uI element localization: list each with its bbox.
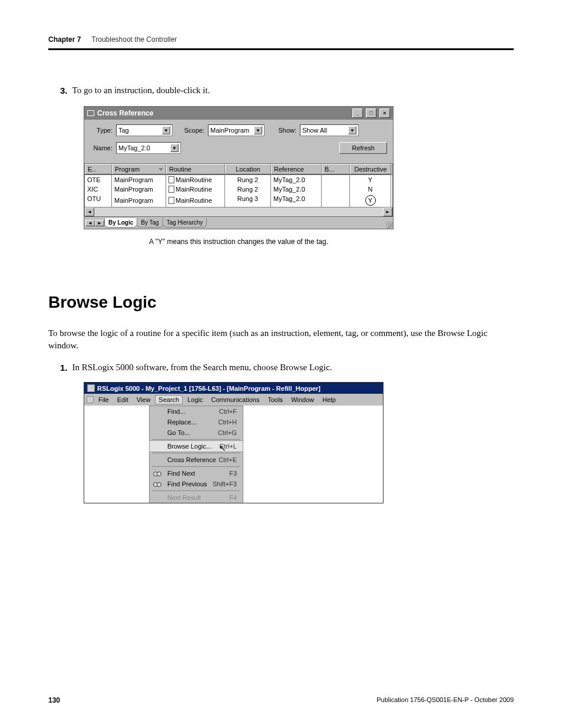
binoculars-icon (153, 480, 161, 487)
separator (152, 453, 240, 453)
tab-scroll-left-icon[interactable]: ◄ (85, 220, 95, 226)
rslogix-window: RSLogix 5000 - My_Project_1 [1756-L63] -… (84, 382, 384, 503)
binoculars-icon (153, 469, 161, 476)
menu-item[interactable]: Cross ReferenceCtrl+E (150, 454, 243, 465)
menu-tools[interactable]: Tools (264, 395, 286, 404)
menu-view[interactable]: View (133, 395, 154, 404)
col-destructive[interactable]: Destructive (350, 164, 391, 174)
show-label: Show: (274, 127, 296, 134)
step-text: To go to an instruction, double-click it… (72, 85, 210, 95)
refresh-button[interactable]: Refresh (339, 142, 387, 154)
right-pane (243, 406, 383, 503)
tab-scroll-right-icon[interactable]: ► (95, 220, 104, 226)
routine-icon (168, 186, 174, 193)
sort-arrow-icon (158, 168, 163, 171)
show-combo[interactable]: Show All ▼ (300, 124, 359, 136)
scope-label: Scope: (182, 127, 204, 134)
page-footer: 130 Publication 1756-QS001E-EN-P - Octob… (48, 696, 514, 704)
menubar: File Edit View Search Logic Communicatio… (84, 394, 383, 406)
maximize-button[interactable]: □ (366, 108, 376, 118)
menu-item[interactable]: Find PreviousShift+F3 (150, 479, 243, 489)
tab-by-logic[interactable]: By Logic (104, 218, 137, 228)
type-label: Type: (90, 127, 113, 134)
menu-item[interactable]: Browse Logic...Ctrl+L↖ (149, 440, 243, 452)
tabs-row: ◄ ► By Logic By Tag Tag Hierarchy (84, 217, 393, 229)
body-paragraph: To browse the logic of a routine for a s… (48, 327, 514, 352)
page-number: 130 (48, 696, 60, 704)
window-title: RSLogix 5000 - My_Project_1 [1756-L63] -… (97, 385, 320, 392)
cursor-icon: ↖ (219, 443, 226, 453)
chapter-label: Chapter 7 (48, 35, 81, 44)
menu-item[interactable]: Next ResultF4 (150, 492, 243, 503)
step-1: 1. In RSLogix 5000 software, from the Se… (60, 363, 514, 373)
scroll-left-icon[interactable]: ◄ (85, 207, 94, 216)
cross-reference-window: Cross Reference _ □ × Type: Tag ▼ Scope:… (84, 106, 394, 229)
window-titlebar[interactable]: RSLogix 5000 - My_Project_1 [1756-L63] -… (84, 383, 383, 394)
doc-icon (87, 396, 94, 403)
menu-communications[interactable]: Communications (208, 395, 263, 404)
scroll-right-icon[interactable]: ► (383, 207, 392, 216)
menu-item[interactable]: Replace...Ctrl+H (150, 417, 243, 427)
results-grid: E.. Program Routine Location Reference B… (84, 163, 393, 217)
left-pane (84, 406, 149, 503)
col-reference[interactable]: Reference (271, 164, 322, 174)
form-area: Type: Tag ▼ Scope: MainProgram ▼ Show: S… (84, 120, 393, 162)
window-titlebar[interactable]: Cross Reference _ □ × (84, 107, 393, 120)
separator (152, 439, 240, 440)
table-row[interactable]: OTEMainProgramMainRoutineRung 2MyTag_2.0… (85, 175, 392, 185)
routine-icon (168, 197, 174, 204)
separator (152, 466, 240, 467)
name-combo[interactable]: MyTag_2.0 ▼ (116, 142, 181, 154)
step-text: In RSLogix 5000 software, from the Searc… (72, 363, 332, 373)
tab-tag-hierarchy[interactable]: Tag Hierarchy (163, 218, 207, 228)
name-label: Name: (90, 144, 113, 151)
app-icon (87, 384, 95, 392)
dropdown-arrow-icon[interactable]: ▼ (348, 126, 356, 134)
menu-logic[interactable]: Logic (184, 395, 206, 404)
col-element[interactable]: E.. (85, 164, 112, 174)
menu-item[interactable]: Find NextF3 (150, 468, 243, 479)
menu-search[interactable]: Search (155, 395, 183, 404)
search-dropdown: Find...Ctrl+FReplace...Ctrl+HGo To...Ctr… (149, 406, 243, 503)
document-area: Find...Ctrl+FReplace...Ctrl+HGo To...Ctr… (84, 406, 383, 503)
figure-caption: A "Y" means this instruction changes the… (84, 238, 394, 246)
menu-item[interactable]: Go To...Ctrl+G (150, 427, 243, 438)
type-combo[interactable]: Tag ▼ (116, 124, 173, 136)
dropdown-arrow-icon[interactable]: ▼ (170, 144, 178, 152)
page-header: Chapter 7 Troubleshoot the Controller (48, 35, 514, 50)
table-row[interactable]: XICMainProgramMainRoutineRung 2MyTag_2.0… (85, 185, 392, 194)
resize-grip-icon[interactable] (386, 222, 393, 229)
minimize-button[interactable]: _ (352, 108, 363, 118)
window-title: Cross Reference (97, 109, 153, 117)
routine-icon (168, 176, 174, 183)
step-number: 1. (60, 363, 68, 373)
col-routine[interactable]: Routine (166, 164, 225, 174)
table-row[interactable]: OTUMainProgramMainRoutineRung 3MyTag_2.0… (85, 194, 392, 207)
col-program[interactable]: Program (112, 164, 166, 174)
scope-combo[interactable]: MainProgram ▼ (208, 124, 265, 136)
menu-edit[interactable]: Edit (114, 395, 132, 404)
section-title: Browse Logic (48, 293, 514, 312)
separator (152, 490, 240, 491)
chapter-title: Troubleshoot the Controller (91, 35, 177, 44)
menu-window[interactable]: Window (287, 395, 318, 404)
dropdown-arrow-icon[interactable]: ▼ (162, 126, 170, 134)
menu-file[interactable]: File (95, 395, 113, 404)
grid-header[interactable]: E.. Program Routine Location Reference B… (85, 164, 392, 175)
step-3: 3. To go to an instruction, double-click… (60, 85, 514, 95)
close-button[interactable]: × (379, 108, 390, 118)
menu-help[interactable]: Help (319, 395, 339, 404)
window-icon (87, 110, 94, 116)
publication-info: Publication 1756-QS001E-EN-P - October 2… (376, 696, 514, 704)
step-number: 3. (60, 85, 68, 95)
dropdown-arrow-icon[interactable]: ▼ (254, 126, 262, 134)
col-location[interactable]: Location (225, 164, 271, 174)
col-base[interactable]: B... (322, 164, 350, 174)
menu-item[interactable]: Find...Ctrl+F (150, 406, 243, 417)
horizontal-scrollbar[interactable]: ◄ ► (85, 207, 392, 216)
tab-by-tag[interactable]: By Tag (137, 218, 163, 228)
